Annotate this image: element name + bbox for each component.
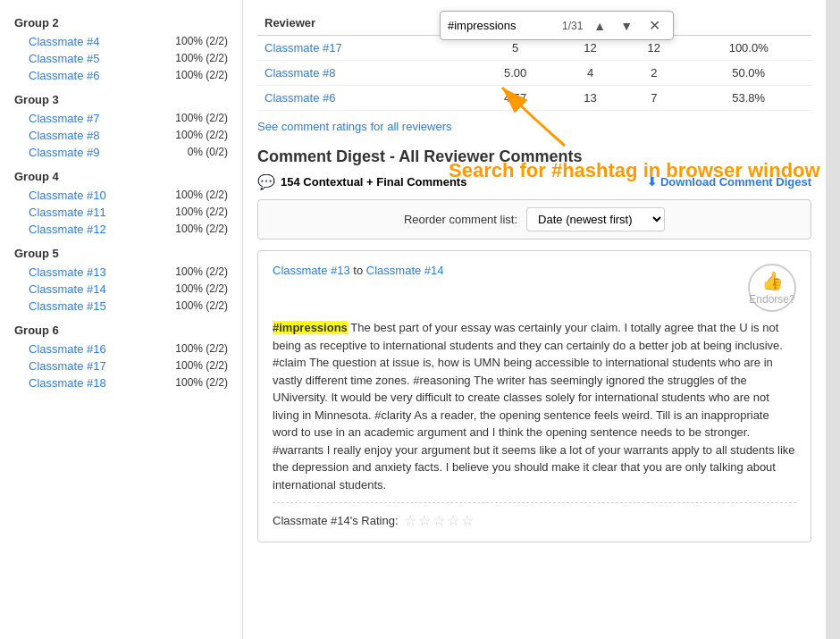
reorder-label: Reorder comment list: (404, 213, 517, 226)
sidebar-item-score: 100% (2/2) (175, 299, 228, 313)
sidebar-item-name: Classmate #10 (29, 189, 106, 202)
sidebar-item[interactable]: Classmate #6100% (2/2) (0, 67, 242, 84)
comment-from-to: Classmate #13 to Classmate #14 (273, 264, 444, 277)
thumbs-up-icon: 👍 (761, 270, 784, 291)
table-row: Classmate #8 5.00 4 2 50.0% (257, 61, 811, 86)
sidebar-item[interactable]: Classmate #5100% (2/2) (0, 50, 242, 67)
comment-count-label: 154 Contextual + Final Comments (281, 175, 466, 189)
table-row: Classmate #6 4.57 13 7 53.8% (257, 86, 811, 111)
sidebar-item-score: 100% (2/2) (175, 359, 228, 373)
comment-body: #impressions The best part of your essay… (273, 319, 796, 493)
sidebar-item-score: 100% (2/2) (175, 206, 228, 219)
rating-label: Classmate #14's Rating: (273, 514, 399, 527)
table-cell-col5: 53.8% (685, 86, 811, 111)
comment-count: 💬 154 Contextual + Final Comments (257, 173, 466, 190)
search-next-button[interactable]: ▼ (617, 17, 636, 35)
sidebar-item-score: 100% (2/2) (175, 112, 228, 125)
sidebar-group-title: Group 6 (0, 315, 242, 341)
endorse-button[interactable]: 👍 Endorse? (748, 264, 796, 312)
sidebar-item[interactable]: Classmate #12100% (2/2) (0, 221, 242, 238)
sidebar-item-name: Classmate #17 (29, 359, 106, 373)
table-cell-col3: 4 (559, 61, 622, 86)
table-cell-col2: 5.00 (472, 61, 559, 86)
sidebar-item-name: Classmate #4 (29, 35, 99, 48)
sidebar-item-score: 0% (0/2) (188, 146, 228, 159)
search-prev-button[interactable]: ▲ (590, 17, 609, 35)
sidebar-item-score: 100% (2/2) (175, 376, 228, 390)
comment-from-link[interactable]: Classmate #13 (273, 264, 350, 277)
sidebar-item-score: 100% (2/2) (175, 223, 228, 236)
sidebar-item[interactable]: Classmate #14100% (2/2) (0, 281, 242, 298)
stars-display: ☆☆☆☆☆ (404, 512, 475, 529)
sidebar-item[interactable]: Classmate #4100% (2/2) (0, 33, 242, 50)
sidebar-item[interactable]: Classmate #10100% (2/2) (0, 187, 242, 204)
sidebar-item[interactable]: Classmate #11100% (2/2) (0, 204, 242, 221)
sidebar-item-name: Classmate #11 (29, 206, 106, 219)
sidebar-item-score: 100% (2/2) (175, 129, 228, 142)
table-cell-name[interactable]: Classmate #8 (257, 61, 472, 86)
sidebar-item-name: Classmate #6 (29, 69, 99, 82)
reorder-bar: Reorder comment list: Date (newest first… (257, 199, 811, 240)
rating-row: Classmate #14's Rating: ☆☆☆☆☆ (273, 512, 796, 529)
sidebar-item-score: 100% (2/2) (175, 189, 228, 202)
table-cell-col5: 100.0% (685, 36, 811, 61)
sidebar-item-name: Classmate #18 (29, 376, 106, 390)
scrollbar[interactable] (826, 0, 840, 639)
sidebar-item-score: 100% (2/2) (175, 52, 228, 65)
download-icon: ⬇ (647, 175, 657, 189)
table-header-col5 (685, 11, 811, 36)
table-cell-col4: 2 (622, 61, 685, 86)
sidebar-item[interactable]: Classmate #15100% (2/2) (0, 298, 242, 315)
sidebar-item-name: Classmate #5 (29, 52, 99, 65)
comment-text: The best part of your essay was certainl… (273, 321, 795, 492)
sidebar-item-score: 100% (2/2) (175, 265, 228, 279)
sidebar-item-name: Classmate #13 (29, 265, 106, 279)
sidebar-item[interactable]: Classmate #17100% (2/2) (0, 357, 242, 374)
sidebar-group-title: Group 5 (0, 238, 242, 264)
sidebar-item-name: Classmate #15 (29, 299, 106, 313)
sidebar-group-title: Group 4 (0, 161, 242, 187)
sidebar-item-name: Classmate #12 (29, 223, 106, 236)
sidebar-item[interactable]: Classmate #18100% (2/2) (0, 374, 242, 391)
highlight-tag: #impressions (273, 321, 348, 334)
see-comment-ratings-link[interactable]: See comment ratings for all reviewers (243, 111, 826, 137)
sidebar-item-name: Classmate #8 (29, 129, 99, 142)
comment-icon: 💬 (257, 173, 275, 190)
sidebar-item-name: Classmate #14 (29, 282, 106, 296)
search-input[interactable] (448, 19, 555, 32)
sidebar-item[interactable]: Classmate #8100% (2/2) (0, 127, 242, 144)
sidebar-item-score: 100% (2/2) (175, 342, 228, 356)
table-cell-col2: 4.57 (472, 86, 559, 111)
digest-meta: 💬 154 Contextual + Final Comments ⬇ Down… (257, 173, 811, 190)
download-label: Download Comment Digest (660, 175, 811, 189)
comment-card: Classmate #13 to Classmate #14 👍 Endorse… (257, 250, 811, 542)
sidebar-item-score: 100% (2/2) (175, 69, 228, 82)
comment-card-header: Classmate #13 to Classmate #14 👍 Endorse… (273, 264, 796, 312)
sidebar-item[interactable]: Classmate #90% (0/2) (0, 144, 242, 161)
sidebar-group-title: Group 3 (0, 84, 242, 110)
reorder-select[interactable]: Date (newest first)Date (oldest first)Ra… (526, 207, 665, 231)
comment-digest-section: Comment Digest - All Reviewer Comments 💬… (243, 147, 826, 542)
sidebar-item-name: Classmate #7 (29, 112, 99, 125)
table-cell-col3: 13 (559, 86, 622, 111)
endorse-label: Endorse? (749, 293, 794, 306)
table-cell-name[interactable]: Classmate #6 (257, 86, 472, 111)
sidebar-item-score: 100% (2/2) (175, 282, 228, 296)
sidebar-item-name: Classmate #9 (29, 146, 99, 159)
search-close-button[interactable]: ✕ (643, 15, 666, 36)
table-cell-col4: 7 (622, 86, 685, 111)
sidebar-item-score: 100% (2/2) (175, 35, 228, 48)
search-bar: 1/31 ▲ ▼ ✕ (440, 11, 674, 40)
table-cell-col5: 50.0% (685, 61, 811, 86)
comment-to-link[interactable]: Classmate #14 (366, 264, 444, 277)
main-content: 1/31 ▲ ▼ ✕ Reviewer Classmate #17 5 12 1… (243, 0, 826, 639)
download-comment-digest-link[interactable]: ⬇ Download Comment Digest (647, 175, 811, 189)
digest-title: Comment Digest - All Reviewer Comments (257, 147, 811, 166)
comment-divider (273, 502, 796, 503)
sidebar-item[interactable]: Classmate #16100% (2/2) (0, 341, 242, 357)
sidebar-item[interactable]: Classmate #13100% (2/2) (0, 264, 242, 281)
sidebar-item-name: Classmate #16 (29, 342, 106, 356)
sidebar-item[interactable]: Classmate #7100% (2/2) (0, 110, 242, 127)
sidebar-group-title: Group 2 (0, 7, 242, 33)
sidebar: Group 2Classmate #4100% (2/2)Classmate #… (0, 0, 243, 639)
